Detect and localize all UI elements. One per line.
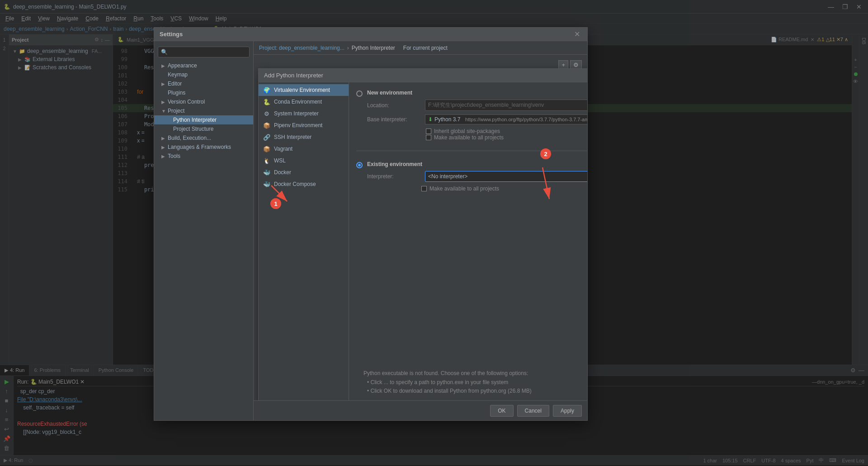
interp-docker-compose[interactable]: 🐳 Docker Compose <box>259 178 349 190</box>
settings-search: 🔍 <box>158 47 250 57</box>
search-icon: 🔍 <box>161 49 168 55</box>
conda-icon: 🐍 <box>263 98 270 105</box>
settings-main: + ⚙ Add Python Interpreter ✕ <box>254 55 587 400</box>
available-cb-row-existing: Make available to all projects <box>367 185 587 192</box>
stree-editor[interactable]: ▶ Editor <box>154 79 253 88</box>
settings-breadcrumb: Project: deep_ensemble_learning... › Pyt… <box>254 41 587 55</box>
stree-plugins[interactable]: Plugins <box>154 88 253 97</box>
available-existing-label: Make available to all projects <box>429 185 499 192</box>
interp-system[interactable]: ⚙ System Interpreter <box>259 108 349 119</box>
interpreter-label: Interpreter: <box>367 173 421 180</box>
inherit-checkbox[interactable] <box>426 128 431 134</box>
base-interp-select[interactable]: ⬇ Python 3.7 https://www.python.org/ftp/… <box>425 114 587 124</box>
info-item-2: • Click OK to download and install Pytho… <box>367 387 587 395</box>
stree-project-structure[interactable]: Project Structure <box>154 124 253 133</box>
interp-docker-label: Docker <box>274 169 291 176</box>
interp-docker-compose-label: Docker Compose <box>274 181 316 187</box>
stree-tools[interactable]: ▶ Tools <box>154 152 253 161</box>
interp-system-label: System Interpreter <box>274 110 319 117</box>
settings-breadcrumb-project[interactable]: Project: deep_ensemble_learning... <box>259 45 344 51</box>
stree-vcs[interactable]: ▶ Version Control <box>154 97 253 106</box>
interp-conda-label: Conda Environment <box>274 99 322 105</box>
base-interp-value: ⬇ Python 3.7 https://www.python.org/ftp/… <box>428 116 587 123</box>
interp-pipenv[interactable]: 📦 Pipenv Environment <box>259 119 349 131</box>
new-env-content: New environment Location: F:\研究生\project… <box>367 90 587 141</box>
existing-env-row: Existing environment Interpreter: <No in… <box>356 161 587 192</box>
interp-vagrant-label: Vagrant <box>274 146 292 152</box>
add-interp-header: Add Python Interpreter ✕ <box>259 69 587 82</box>
stree-build[interactable]: ▶ Build, Execution... <box>154 133 253 143</box>
settings-header: Settings ✕ <box>154 28 587 41</box>
interp-vagrant[interactable]: 📦 Vagrant <box>259 143 349 155</box>
settings-current-project-link[interactable]: For current project <box>403 45 448 51</box>
wsl-icon: 🐧 <box>263 157 270 164</box>
stree-appearance[interactable]: ▶ Appearance <box>154 61 253 70</box>
pipenv-icon: 📦 <box>263 122 270 129</box>
inherit-cb-row: Inherit global site-packages <box>426 128 587 134</box>
interp-wsl-label: WSL <box>274 157 286 164</box>
existing-env-content: Existing environment Interpreter: <No in… <box>367 161 587 192</box>
info-item-1: • Click ... to specify a path to python.… <box>367 378 587 387</box>
settings-title: Settings <box>160 31 183 38</box>
add-interp-body: 🌍 Virtualenv Environment 🐍 Conda Environ… <box>259 82 587 400</box>
settings-footer: OK Cancel Apply <box>254 400 587 420</box>
vagrant-icon: 📦 <box>263 145 270 152</box>
location-label: Location: <box>367 102 421 109</box>
interp-conda[interactable]: 🐍 Conda Environment <box>259 96 349 108</box>
settings-cancel-button[interactable]: Cancel <box>517 405 549 417</box>
docker-icon: 🐳 <box>263 169 270 176</box>
new-env-label[interactable]: New environment <box>367 90 587 96</box>
ssh-icon: 🔗 <box>263 133 270 141</box>
add-interpreter-dialog: Add Python Interpreter ✕ 🌍 Virtualenv En… <box>258 68 587 400</box>
location-row: Location: F:\研究生\project\deep_ensemble_l… <box>367 100 587 111</box>
settings-close-button[interactable]: ✕ <box>572 30 582 38</box>
interp-wsl[interactable]: 🐧 WSL <box>259 155 349 166</box>
interpreter-field-row: Interpreter: <No interpreter> ▼ … <box>367 171 587 182</box>
settings-tree: 🔍 ▶ Appearance Keymap ▶ Editor P <box>154 41 254 420</box>
available-new-label: Make available to all projects <box>434 134 504 141</box>
new-env-radio[interactable] <box>356 90 363 97</box>
interp-virtualenv[interactable]: 🌍 Virtualenv Environment <box>259 84 349 96</box>
existing-env-label[interactable]: Existing environment <box>367 161 587 167</box>
interp-docker[interactable]: 🐳 Docker <box>259 166 349 178</box>
settings-content: Project: deep_ensemble_learning... › Pyt… <box>254 41 587 420</box>
stree-python-label: Python Interpreter <box>173 117 217 123</box>
base-interp-row-field: Base interpreter: ⬇ Python 3.7 https://w… <box>367 114 587 124</box>
info-text: Python executable is not found. Choose o… <box>363 369 587 378</box>
modal-overlay: Settings ✕ 🔍 ▶ Appearance Keymap ▶ <box>0 0 868 466</box>
available-existing-checkbox[interactable] <box>421 186 427 191</box>
interpreter-type-list: 🌍 Virtualenv Environment 🐍 Conda Environ… <box>259 82 349 400</box>
interpreter-value: <No interpreter> <box>428 173 467 180</box>
stree-python-interpreter[interactable]: Python Interpreter <box>154 115 253 124</box>
interpreter-dropdown[interactable]: <No interpreter> ▼ <box>425 171 587 182</box>
settings-dialog: Settings ✕ 🔍 ▶ Appearance Keymap ▶ <box>154 27 588 421</box>
stree-keymap[interactable]: Keymap <box>154 70 253 79</box>
settings-apply-button[interactable]: Apply <box>553 405 582 417</box>
interp-pipenv-label: Pipenv Environment <box>274 122 322 128</box>
stree-languages[interactable]: ▶ Languages & Frameworks <box>154 143 253 152</box>
interp-ssh-label: SSH Interpreter <box>274 134 311 140</box>
interp-virtualenv-label: Virtualenv Environment <box>274 87 330 93</box>
settings-ok-button[interactable]: OK <box>490 405 513 417</box>
divider <box>356 151 587 151</box>
docker-compose-icon: 🐳 <box>263 181 270 188</box>
new-env-row: New environment Location: F:\研究生\project… <box>356 90 587 141</box>
settings-body: 🔍 ▶ Appearance Keymap ▶ Editor P <box>154 41 587 420</box>
available-new-checkbox[interactable] <box>426 135 431 140</box>
location-value: F:\研究生\project\deep_ensemble_learning\ve… <box>425 100 587 111</box>
inherit-label: Inherit global site-packages <box>434 128 500 134</box>
settings-search-input[interactable] <box>170 49 246 55</box>
settings-breadcrumb-current: Python Interpreter <box>352 45 395 51</box>
interpreter-config: New environment Location: F:\研究生\project… <box>349 82 587 400</box>
existing-env-radio[interactable] <box>356 162 363 168</box>
available-cb-row-new: Make available to all projects <box>426 134 587 141</box>
interp-ssh[interactable]: 🔗 SSH Interpreter <box>259 131 349 143</box>
annotation-2: 2 <box>540 148 551 159</box>
base-interp-label: Base interpreter: <box>367 116 421 123</box>
system-icon: ⚙ <box>263 110 270 117</box>
annotation-1: 1 <box>270 198 281 209</box>
add-interp-title: Add Python Interpreter <box>264 72 323 79</box>
virtualenv-icon: 🌍 <box>263 86 270 94</box>
interpreter-info-box: Python executable is not found. Choose o… <box>356 365 587 400</box>
stree-project[interactable]: ▼ Project <box>154 106 253 115</box>
